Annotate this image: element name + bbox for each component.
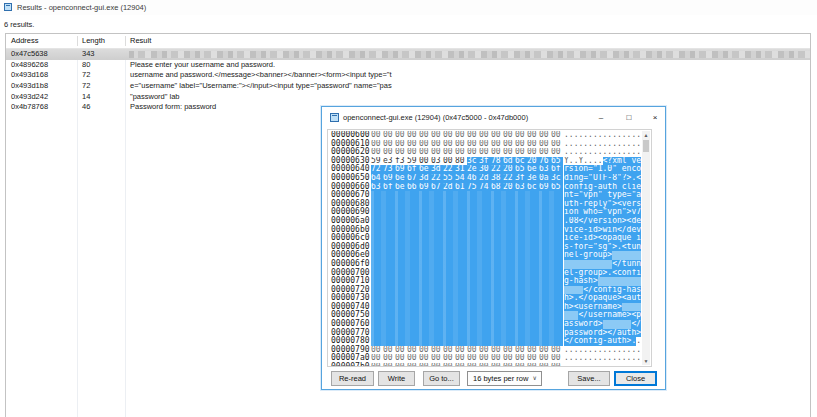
- hex-row[interactable]: 000007a000000000000000000000000000000000…: [329, 354, 641, 363]
- hex-byte: 63: [371, 183, 383, 192]
- hex-byte: 00: [467, 363, 479, 366]
- hex-byte: 3c: [467, 157, 479, 166]
- hex-row[interactable]: 0000063059e3f359000300803c3f786d6c207665…: [329, 157, 641, 166]
- close-button[interactable]: Close: [614, 371, 657, 386]
- hex-byte: 00: [515, 346, 527, 355]
- table-row[interactable]: 0x493d1b872e="username" label="Username:…: [6, 81, 810, 92]
- ascii-selected: </: [631, 320, 641, 329]
- hex-byte: 00: [491, 140, 503, 149]
- hex-row[interactable]: 0000060000000000000000000000000000000000…: [329, 131, 641, 140]
- hex-row[interactable]: 000006a0.08</version><de: [329, 217, 641, 226]
- hex-row[interactable]: 000007b000000000000000000000000000000000…: [329, 363, 641, 366]
- hex-selection-blurred: [371, 337, 563, 346]
- hex-byte: 00: [383, 363, 395, 366]
- ascii-redacted: [564, 311, 578, 320]
- hex-bytes: 00000000000000000000000000000000: [371, 148, 563, 157]
- hex-ascii: el-group>.<confi: [564, 269, 641, 278]
- column-header-length[interactable]: Length: [77, 36, 105, 45]
- hex-byte: 00: [371, 140, 383, 149]
- hex-row[interactable]: 00000680uth-reply"><vers: [329, 200, 641, 209]
- hex-row[interactable]: 000006c0ice-id><opaque i: [329, 234, 641, 243]
- hex-bytes: [371, 243, 563, 252]
- hex-row[interactable]: 000006d0s-for="sg">.<tun: [329, 243, 641, 252]
- hex-byte: 00: [407, 363, 419, 366]
- hex-ascii: nt="vpn" type="a: [564, 191, 641, 200]
- hex-ascii: ................: [564, 131, 641, 140]
- hex-row[interactable]: 0000079000000000000000000000000000000000…: [329, 346, 641, 355]
- hex-byte: 00: [431, 346, 443, 355]
- write-button[interactable]: Write: [378, 371, 415, 386]
- scrollbar-thumb[interactable]: [643, 140, 649, 152]
- hex-row[interactable]: 000006407273696f6e3d22312e302220656e636f…: [329, 165, 641, 174]
- hex-byte: 6e: [419, 165, 431, 174]
- hex-byte: 00: [503, 131, 515, 140]
- hex-scrollbar[interactable]: ▲ ▼: [642, 131, 650, 365]
- hex-bytes: 636f6e6669672d6175746820636c6965: [371, 183, 563, 192]
- reread-button[interactable]: Re-read: [331, 371, 374, 386]
- hex-address: 000007b0: [329, 363, 371, 366]
- hex-selection: 64696e673d225554462d38223f3e0a3c: [371, 174, 563, 183]
- hex-ascii: </username><p: [564, 311, 641, 320]
- hex-selection-blurred: [371, 200, 563, 209]
- hex-row[interactable]: 00000750</username><p: [329, 311, 641, 320]
- hex-row[interactable]: 0000062000000000000000000000000000000000…: [329, 148, 641, 157]
- hex-bytes: [371, 217, 563, 226]
- hex-row[interactable]: 00000700el-group>.<confi: [329, 269, 641, 278]
- hex-row[interactable]: 00000760assword></: [329, 320, 641, 329]
- hex-byte: 3c: [551, 174, 563, 183]
- hex-ascii: ................: [564, 363, 641, 366]
- hex-byte: 6e: [395, 183, 407, 192]
- hex-byte: 69: [419, 183, 431, 192]
- hex-row[interactable]: 000006b0vice-id>win</dev: [329, 226, 641, 235]
- hex-byte: 69: [383, 174, 395, 183]
- hex-byte: 68: [491, 183, 503, 192]
- hex-row[interactable]: 00000710g-hash>: [329, 277, 641, 286]
- hex-row[interactable]: 00000690ion who="vpn">v7: [329, 208, 641, 217]
- table-row[interactable]: 0x493d24214"password" lab: [6, 92, 810, 103]
- table-row[interactable]: 0x4b7876846Password form: password: [6, 102, 810, 113]
- hex-selection: 636f6e6669672d6175746820636c6965: [371, 183, 563, 192]
- table-row[interactable]: 0x493d16872username and password.</messa…: [6, 70, 810, 81]
- hex-byte: 00: [371, 354, 383, 363]
- hex-selection-blurred: [371, 191, 563, 200]
- hex-byte: 00: [527, 140, 539, 149]
- bytes-per-row-select[interactable]: 16 bytes per row ∨: [467, 371, 542, 386]
- goto-button[interactable]: Go to...: [423, 371, 460, 386]
- hex-byte: 00: [371, 131, 383, 140]
- hex-row[interactable]: 00000670nt="vpn" type="a: [329, 191, 641, 200]
- hex-byte: 6f: [407, 165, 419, 174]
- hex-row[interactable]: 00000720</config-has: [329, 286, 641, 295]
- hex-row[interactable]: 0000065064696e673d225554462d38223f3e0a3c…: [329, 174, 641, 183]
- hex-byte: 00: [455, 354, 467, 363]
- hex-row[interactable]: 0000061000000000000000000000000000000000…: [329, 140, 641, 149]
- result-text: Please enter your username and password.: [130, 60, 275, 71]
- hex-row[interactable]: 00000730h>.</opaque><aut: [329, 294, 641, 303]
- column-header-address[interactable]: Address: [6, 36, 39, 45]
- hex-row[interactable]: 00000770password></auth>: [329, 329, 641, 338]
- hex-byte: 22: [491, 165, 503, 174]
- results-window-titlebar: Results - openconnect-gui.exe (12904): [0, 0, 817, 15]
- hex-ascii: password></auth>: [564, 329, 641, 338]
- hex-row[interactable]: 00000740h><username>: [329, 303, 641, 312]
- hex-byte: 3d: [419, 174, 431, 183]
- hex-selection-blurred: [371, 208, 563, 217]
- table-row[interactable]: 0x47c5638343: [6, 49, 810, 60]
- scroll-up-icon[interactable]: ▲: [642, 131, 650, 139]
- hex-byte: 66: [407, 183, 419, 192]
- hex-row[interactable]: 00000780</config-auth>..: [329, 337, 641, 346]
- hex-byte: 6f: [383, 183, 395, 192]
- hex-byte: 00: [419, 346, 431, 355]
- ascii-selected: </config-has: [583, 286, 641, 295]
- hex-selection-blurred: [371, 243, 563, 252]
- column-header-result[interactable]: Result: [125, 36, 151, 45]
- hex-byte: 00: [539, 148, 551, 157]
- hex-row[interactable]: 000006e0nel-group>: [329, 251, 641, 260]
- scroll-down-icon[interactable]: ▼: [642, 357, 650, 365]
- hex-byte: 00: [383, 148, 395, 157]
- hex-row[interactable]: 000006f0</tunn: [329, 260, 641, 269]
- hex-view[interactable]: 0000060000000000000000000000000000000000…: [327, 129, 652, 367]
- ascii-text: ................: [564, 363, 641, 366]
- hex-row[interactable]: 00000660636f6e6669672d6175746820636c6965…: [329, 183, 641, 192]
- table-row[interactable]: 0x489626880Please enter your username an…: [6, 60, 810, 71]
- save-button[interactable]: Save...: [568, 371, 610, 386]
